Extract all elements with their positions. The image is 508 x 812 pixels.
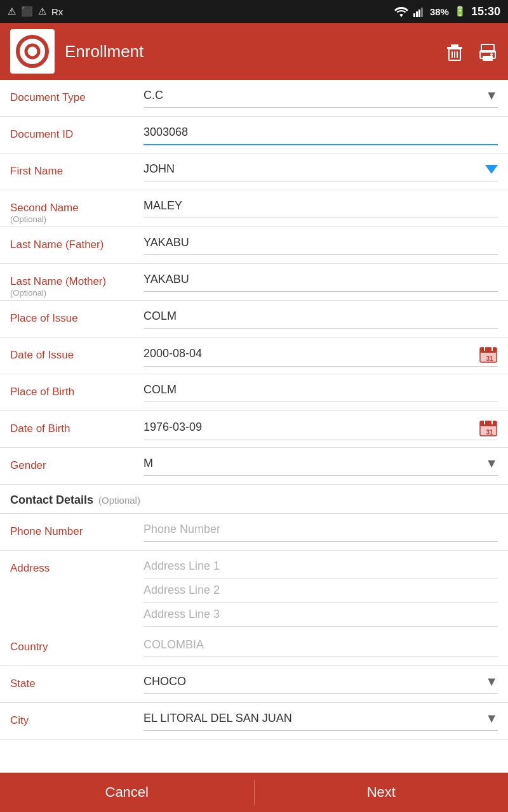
- svg-rect-16: [480, 348, 497, 353]
- warning2-icon: ⚠: [38, 6, 46, 17]
- first-name-value[interactable]: JOHN: [144, 160, 481, 178]
- last-name-mother-row: Last Name (Mother) (Optional) YAKABU: [0, 264, 508, 301]
- logo-circle: [16, 35, 49, 68]
- header-icons: [444, 41, 498, 62]
- calendar-icon[interactable]: 31: [479, 344, 498, 363]
- document-type-label: Document Type: [10, 86, 144, 104]
- document-id-wrapper: 3003068: [144, 123, 498, 145]
- battery-text: 38%: [430, 6, 449, 17]
- city-label: City: [10, 709, 144, 727]
- svg-point-4: [26, 45, 39, 58]
- city-row: City EL LITORAL DEL SAN JUAN ▼: [0, 703, 508, 740]
- place-of-issue-label: Place of Issue: [10, 307, 144, 325]
- address-line2-input[interactable]: Address Line 2: [144, 584, 220, 596]
- phone-number-input[interactable]: Phone Number: [144, 520, 498, 539]
- state-label: State: [10, 672, 144, 690]
- svg-text:31: 31: [486, 355, 493, 362]
- place-of-issue-value[interactable]: COLM: [144, 307, 498, 325]
- address-line1-input[interactable]: Address Line 1: [144, 560, 220, 572]
- place-of-birth-value[interactable]: COLM: [144, 381, 498, 399]
- first-name-wrapper: JOHN: [144, 160, 498, 181]
- gender-row: Gender M ▼: [0, 448, 508, 485]
- document-type-wrapper: C.C ▼: [144, 86, 498, 108]
- svg-rect-21: [480, 421, 497, 426]
- bottom-nav: Cancel Next: [0, 773, 508, 812]
- status-bar: ⚠ ⬛ ⚠ Rx 38% 🔋 15:30: [0, 0, 508, 23]
- last-name-mother-value[interactable]: YAKABU: [144, 270, 498, 289]
- warning-icon: ⚠: [8, 6, 16, 17]
- status-info: 38% 🔋 15:30: [394, 5, 500, 18]
- svg-rect-1: [416, 11, 418, 17]
- country-value[interactable]: COLOMBIA: [144, 636, 498, 654]
- state-value[interactable]: CHOCO: [144, 672, 480, 691]
- country-wrapper: COLOMBIA: [144, 636, 498, 657]
- last-name-father-row: Last Name (Father) YAKABU: [0, 227, 508, 264]
- phone-number-wrapper: Phone Number: [144, 520, 498, 542]
- chevron-down-icon: ▼: [485, 88, 498, 103]
- calendar2-icon[interactable]: 31: [479, 417, 498, 437]
- city-chevron-icon: ▼: [485, 711, 498, 726]
- place-of-issue-wrapper: COLM: [144, 307, 498, 329]
- cancel-button[interactable]: Cancel: [0, 773, 254, 812]
- delete-icon[interactable]: [444, 41, 465, 62]
- city-value[interactable]: EL LITORAL DEL SAN JUAN: [144, 709, 480, 728]
- address-row: Address Address Line 1 Address Line 2 Ad…: [0, 551, 508, 629]
- time-display: 15:30: [471, 5, 500, 18]
- address-line2-field: Address Line 2: [144, 579, 498, 603]
- signal-icon: [413, 6, 425, 17]
- app-logo: [10, 29, 55, 74]
- address-line1-field: Address Line 1: [144, 554, 498, 579]
- screenshot-icon: ⬛: [21, 6, 33, 17]
- first-name-row: First Name JOHN: [0, 154, 508, 190]
- battery-icon: 🔋: [454, 6, 466, 17]
- country-label: Country: [10, 636, 144, 653]
- svg-rect-2: [418, 10, 420, 17]
- gender-chevron-icon: ▼: [485, 456, 498, 471]
- gender-wrapper: M ▼: [144, 454, 498, 476]
- date-of-issue-row: Date of Issue 2000-08-04 31: [0, 337, 508, 374]
- svg-rect-8: [451, 51, 453, 58]
- date-of-issue-label: Date of Issue: [10, 344, 144, 362]
- country-row: Country COLOMBIA: [0, 629, 508, 666]
- city-wrapper: EL LITORAL DEL SAN JUAN ▼: [144, 709, 498, 731]
- date-of-birth-label: Date of Birth: [10, 417, 144, 435]
- svg-text:31: 31: [486, 429, 493, 436]
- next-button[interactable]: Next: [255, 773, 509, 812]
- first-name-label: First Name: [10, 160, 144, 178]
- svg-rect-9: [454, 51, 455, 58]
- app-title: Enrollment: [65, 42, 144, 62]
- last-name-mother-wrapper: YAKABU: [144, 270, 498, 292]
- svg-rect-6: [451, 44, 458, 47]
- svg-point-14: [490, 53, 493, 56]
- phone-number-row: Phone Number Phone Number: [0, 514, 508, 551]
- contact-details-optional: (Optional): [98, 495, 140, 506]
- phone-number-label: Phone Number: [10, 520, 144, 538]
- address-line3-input[interactable]: Address Line 3: [144, 608, 220, 620]
- address-inputs: Address Line 1 Address Line 2 Address Li…: [144, 554, 498, 627]
- second-name-label: Second Name (Optional): [10, 197, 144, 224]
- last-name-father-label: Last Name (Father): [10, 233, 144, 251]
- wifi-icon: [394, 6, 408, 17]
- document-type-value[interactable]: C.C: [144, 86, 480, 105]
- address-line3-field: Address Line 3: [144, 603, 498, 627]
- document-id-row: Document ID 3003068: [0, 117, 508, 154]
- place-of-issue-row: Place of Issue COLM: [0, 301, 508, 337]
- date-of-issue-value[interactable]: 2000-08-04: [144, 344, 474, 363]
- date-of-issue-wrapper: 2000-08-04 31: [144, 344, 498, 367]
- contact-details-header: Contact Details (Optional): [0, 485, 508, 514]
- document-type-row: Document Type C.C ▼: [0, 80, 508, 117]
- document-id-label: Document ID: [10, 123, 144, 141]
- last-name-father-wrapper: YAKABU: [144, 233, 498, 255]
- svg-rect-0: [413, 13, 415, 17]
- svg-rect-10: [457, 51, 458, 58]
- place-of-birth-wrapper: COLM: [144, 381, 498, 402]
- last-name-father-value[interactable]: YAKABU: [144, 233, 498, 252]
- print-icon[interactable]: [478, 41, 498, 62]
- last-name-mother-label: Last Name (Mother) (Optional): [10, 270, 144, 298]
- second-name-value[interactable]: MALEY: [144, 197, 498, 215]
- date-of-birth-value[interactable]: 1976-03-09: [144, 418, 474, 436]
- gender-value[interactable]: M: [144, 454, 480, 473]
- second-name-row: Second Name (Optional) MALEY: [0, 190, 508, 227]
- date-of-birth-wrapper: 1976-03-09 31: [144, 417, 498, 440]
- document-id-value[interactable]: 3003068: [144, 123, 498, 141]
